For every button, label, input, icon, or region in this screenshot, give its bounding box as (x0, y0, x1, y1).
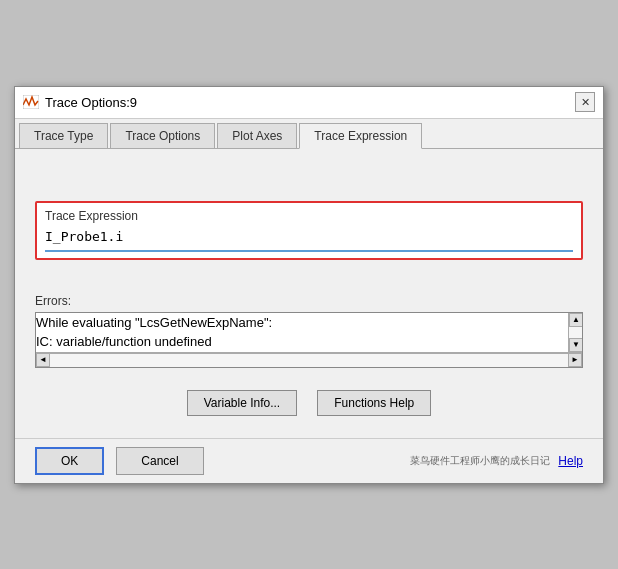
expression-input[interactable] (45, 227, 573, 246)
scroll-track-v[interactable] (569, 327, 582, 338)
errors-wrapper: While evaluating "LcsGetNewExpName": IC:… (35, 312, 583, 368)
expression-underline (45, 250, 573, 252)
tab-plot-axes[interactable]: Plot Axes (217, 123, 297, 148)
app-icon (23, 95, 39, 109)
expression-label: Trace Expression (45, 209, 573, 223)
scroll-up-button[interactable] (569, 313, 582, 327)
spacer2 (35, 272, 583, 282)
title-bar-left: Trace Options:9 (23, 95, 137, 110)
errors-label: Errors: (35, 294, 583, 308)
close-button[interactable]: ✕ (575, 92, 595, 112)
window-title: Trace Options:9 (45, 95, 137, 110)
horizontal-scrollbar[interactable] (36, 352, 582, 367)
footer: OK Cancel 菜鸟硬件工程师小鹰的成长日记 Help (15, 438, 603, 483)
action-buttons: Variable Info... Functions Help (35, 390, 583, 416)
title-bar: Trace Options:9 ✕ (15, 87, 603, 119)
scroll-left-button[interactable] (36, 353, 50, 367)
footer-logo-text: 菜鸟硬件工程师小鹰的成长日记 (410, 454, 550, 468)
expression-group: Trace Expression (35, 201, 583, 260)
scroll-down-button[interactable] (569, 338, 582, 352)
scroll-track-h[interactable] (50, 353, 568, 367)
scroll-right-button[interactable] (568, 353, 582, 367)
help-link[interactable]: Help (558, 454, 583, 468)
tab-trace-options[interactable]: Trace Options (110, 123, 215, 148)
footer-right: 菜鸟硬件工程师小鹰的成长日记 Help (410, 454, 583, 468)
tab-trace-expression[interactable]: Trace Expression (299, 123, 422, 149)
ok-button[interactable]: OK (35, 447, 104, 475)
spacer (35, 169, 583, 189)
tab-trace-type[interactable]: Trace Type (19, 123, 108, 148)
trace-options-window: Trace Options:9 ✕ Trace Type Trace Optio… (14, 86, 604, 484)
vertical-scrollbar[interactable] (568, 313, 582, 352)
errors-text: While evaluating "LcsGetNewExpName": IC:… (36, 313, 582, 352)
variable-info-button[interactable]: Variable Info... (187, 390, 298, 416)
main-content: Trace Expression Errors: While evaluatin… (15, 149, 603, 438)
tabs-bar: Trace Type Trace Options Plot Axes Trace… (15, 119, 603, 149)
cancel-button[interactable]: Cancel (116, 447, 203, 475)
errors-inner: While evaluating "LcsGetNewExpName": IC:… (36, 313, 582, 352)
errors-section: Errors: While evaluating "LcsGetNewExpNa… (35, 294, 583, 368)
functions-help-button[interactable]: Functions Help (317, 390, 431, 416)
footer-buttons: OK Cancel (35, 447, 204, 475)
